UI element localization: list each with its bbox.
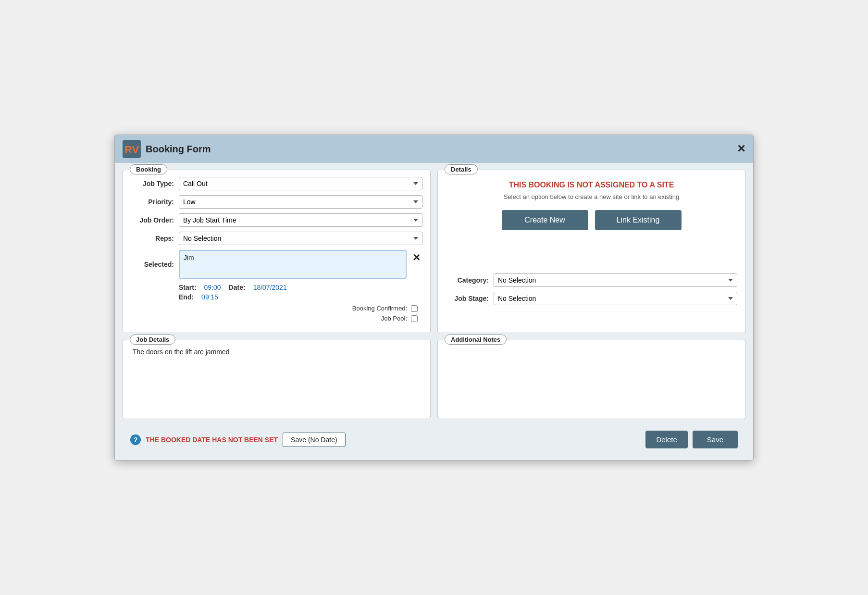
reps-row: Reps: No Selection	[131, 232, 422, 245]
reps-label: Reps:	[131, 235, 179, 242]
footer-actions: ? THE BOOKED DATE HAS NOT BEEN SET Save …	[123, 426, 745, 453]
save-no-date-button[interactable]: Save (No Date)	[283, 433, 345, 447]
bottom-row: Job Details The doors on the lift are ja…	[123, 340, 745, 419]
app-logo: RV	[123, 140, 141, 158]
booking-confirmed-checkbox[interactable]	[411, 305, 418, 312]
booking-panel-label: Booking	[130, 164, 167, 174]
not-assigned-message: THIS BOOKING IS NOT ASSIGNED TO A SITE	[446, 181, 737, 189]
end-value[interactable]: 09:15	[201, 293, 218, 301]
time-date-section: Start: 09:00 Date: 18/07/2021 End: 09:15	[179, 284, 422, 301]
job-type-row: Job Type: Call Out Planned Emergency	[131, 177, 422, 190]
dialog-header: RV Booking Form ✕	[115, 135, 753, 163]
additional-notes-panel: Additional Notes	[437, 340, 745, 419]
date-value[interactable]: 18/07/2021	[253, 284, 287, 291]
dialog-title: Booking Form	[146, 144, 211, 155]
booking-confirmed-label: Booking Confirmed:	[352, 305, 407, 312]
job-pool-checkbox[interactable]	[411, 315, 418, 322]
top-row: Booking Job Type: Call Out Planned Emerg…	[123, 170, 745, 333]
dialog-body: Booking Job Type: Call Out Planned Emerg…	[115, 163, 753, 460]
delete-button[interactable]: Delete	[645, 431, 687, 448]
selected-value: Jim	[184, 254, 194, 261]
clear-selected-button[interactable]: ✕	[410, 252, 422, 263]
end-label: End:	[179, 293, 194, 301]
selected-box[interactable]: Jim	[179, 250, 407, 279]
header-left: RV Booking Form	[123, 140, 211, 158]
site-buttons: Create New Link Existing	[446, 210, 737, 230]
create-new-button[interactable]: Create New	[502, 210, 588, 230]
save-button[interactable]: Save	[693, 431, 738, 448]
footer-right: Delete Save	[645, 431, 738, 448]
start-value[interactable]: 09:00	[204, 284, 221, 291]
warning-text: THE BOOKED DATE HAS NOT BEEN SET	[146, 436, 278, 444]
job-details-textarea[interactable]: The doors on the lift are jammed	[131, 347, 422, 409]
selected-area: Jim ✕	[179, 250, 422, 279]
selected-label: Selected:	[131, 260, 179, 268]
warning-icon-text: ?	[134, 436, 138, 444]
start-label: Start:	[179, 284, 197, 291]
booking-dialog: RV Booking Form ✕ Booking Job Type: Call…	[114, 135, 754, 460]
job-details-panel-label: Job Details	[130, 335, 175, 345]
details-panel-label: Details	[445, 164, 478, 174]
job-order-select[interactable]: By Job Start Time By Job End Time	[179, 213, 422, 227]
category-label: Category:	[446, 276, 494, 284]
job-order-label: Job Order:	[131, 216, 179, 224]
priority-row: Priority: Low Medium High	[131, 195, 422, 209]
job-type-select[interactable]: Call Out Planned Emergency	[179, 177, 422, 190]
footer-left: ? THE BOOKED DATE HAS NOT BEEN SET Save …	[130, 433, 346, 447]
booking-panel: Booking Job Type: Call Out Planned Emerg…	[123, 170, 431, 333]
close-button[interactable]: ✕	[737, 144, 745, 154]
job-order-row: Job Order: By Job Start Time By Job End …	[131, 213, 422, 227]
additional-notes-textarea[interactable]	[446, 347, 737, 409]
reps-select[interactable]: No Selection	[179, 232, 422, 245]
selected-row: Selected: Jim ✕	[131, 250, 422, 279]
job-stage-select[interactable]: No Selection	[494, 292, 737, 305]
svg-text:RV: RV	[124, 144, 139, 156]
job-stage-label: Job Stage:	[446, 295, 494, 302]
end-row: End: 09:15	[179, 293, 422, 301]
booking-confirmed-row: Booking Confirmed:	[131, 305, 422, 312]
priority-select[interactable]: Low Medium High	[179, 195, 422, 209]
job-details-panel: Job Details The doors on the lift are ja…	[123, 340, 431, 419]
start-date-row: Start: 09:00 Date: 18/07/2021	[179, 284, 422, 291]
job-pool-label: Job Pool:	[381, 315, 407, 322]
link-existing-button[interactable]: Link Existing	[595, 210, 682, 230]
additional-notes-panel-label: Additional Notes	[445, 335, 507, 345]
job-type-label: Job Type:	[131, 180, 179, 187]
priority-label: Priority:	[131, 198, 179, 206]
assign-hint: Select an option below to create a new s…	[446, 193, 737, 200]
category-row: Category: No Selection	[446, 273, 737, 287]
category-select[interactable]: No Selection	[494, 273, 737, 287]
job-stage-row: Job Stage: No Selection	[446, 292, 737, 305]
details-panel: Details THIS BOOKING IS NOT ASSIGNED TO …	[437, 170, 745, 333]
warning-icon: ?	[130, 434, 141, 445]
date-label: Date:	[229, 284, 246, 291]
job-pool-row: Job Pool:	[131, 315, 422, 322]
